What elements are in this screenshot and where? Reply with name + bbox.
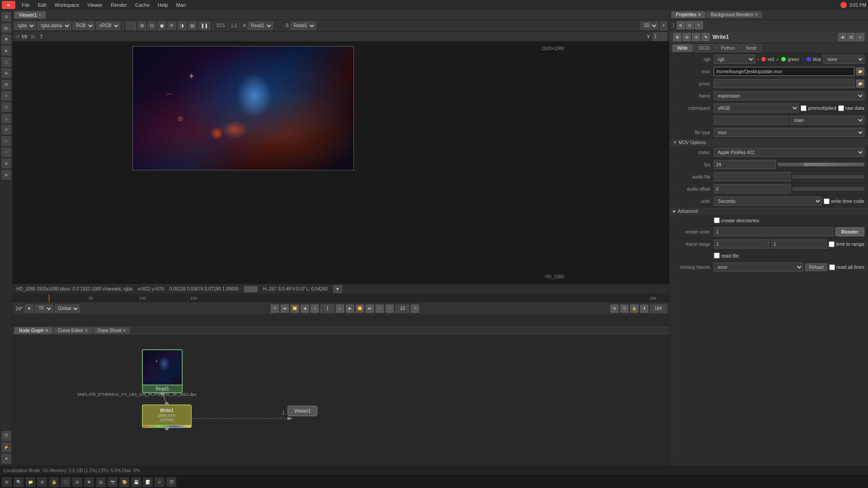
next-step-btn[interactable]: ▶ [346,305,354,313]
toolbar-icon-btn-6[interactable]: ◑ [178,22,186,30]
taskbar-icon-7[interactable]: ⊞ [72,477,82,487]
tf-select[interactable]: TF [35,305,53,313]
nav-prev[interactable]: ◁ [15,34,19,39]
toolbar-icon-btn-3[interactable]: ⊡ [148,22,156,30]
prev-step-btn[interactable]: ◀ [301,305,309,313]
create-dirs-checkbox[interactable] [714,217,720,223]
reload-button[interactable]: Reload [805,263,828,271]
taskbar-icon-8[interactable]: ✱ [84,477,94,487]
color-mode-select[interactable]: RGB [73,22,94,30]
tab-node-graph[interactable]: Node Graph × [14,327,52,334]
viewer-btn-3[interactable]: 🔒 [630,305,638,313]
units-select[interactable]: Seconds [714,197,822,206]
refresh-btn[interactable]: ⟳ [271,305,279,313]
audio-offset-slider[interactable] [793,187,865,191]
prev-frame-btn[interactable]: ⏪ [291,305,299,313]
next-frame-btn[interactable]: ⏩ [356,305,364,313]
play-fwd-btn[interactable]: ▷ [336,305,344,313]
fps-input[interactable] [714,160,776,169]
read-file-checkbox[interactable] [714,253,720,258]
loop-count-input[interactable] [396,305,409,313]
taskbar-icon-12[interactable]: 💾 [131,477,141,487]
panel-btn-3[interactable]: ✎ [695,21,703,29]
toolbar-icon-btn-8[interactable]: ❚❚ [198,22,210,30]
toolbar-icon-btn-2[interactable]: ⊞ [138,22,146,30]
menu-viewer[interactable]: Viewer [84,1,106,9]
frame-range-end-input[interactable] [771,239,827,249]
toolbar-icon-btn-5[interactable]: ⟳ [168,22,176,30]
viewer-btn-2[interactable]: ⊡ [620,305,628,313]
render-order-input[interactable] [714,227,834,236]
channels-left-select[interactable]: rgba [14,22,36,30]
b-node-select[interactable]: Read1 [291,22,316,30]
sidebar-icon-5[interactable]: ⬡ [1,57,11,67]
sidebar-bottom-1[interactable]: 🎬 [1,431,11,441]
missing-frames-select[interactable]: error [714,263,803,272]
subtab-python[interactable]: Python [716,44,740,52]
sidebar-icon-4[interactable]: ◈ [1,46,11,56]
viewer-tab-viewer1[interactable]: Viewer1 × [14,11,46,19]
proxy-input[interactable] [714,79,854,88]
write-header-btn-2[interactable]: ⊡ [683,33,691,41]
sidebar-icon-1[interactable]: ⊞ [1,12,11,22]
write-timecode-checkbox[interactable] [824,198,830,204]
subtab-write[interactable]: Write [672,44,693,52]
panel-btn-1[interactable]: ⊞ [677,21,685,29]
tab-properties[interactable]: Properties × [671,11,705,18]
tab-dope-sheet-close[interactable]: × [123,328,126,333]
sidebar-bottom-3[interactable]: ★ [1,454,11,464]
channel-none-select[interactable]: none [823,55,864,64]
taskbar-icon-11[interactable]: 🎨 [119,477,129,487]
sidebar-icon-2[interactable]: ▤ [1,23,11,33]
menu-render[interactable]: Render [107,1,131,9]
timeline-ruler[interactable]: 50 100 150 184 [13,294,669,302]
toolbar-close-btn[interactable]: × [660,22,667,30]
tab-curve-editor-close[interactable]: × [85,328,88,333]
views-main-select[interactable]: main [790,116,865,125]
write-header-btn-3[interactable]: ⊙ [692,33,700,41]
viewer-tab-close[interactable]: × [39,13,41,17]
render-button[interactable]: Render [835,227,864,236]
read-node[interactable]: ✦ Read1 [142,349,183,393]
codec-select[interactable]: Apple ProRes 422 [714,148,864,157]
viewer-btn-1[interactable]: ⊞ [610,305,618,313]
bg-renders-tab-close[interactable]: × [755,12,758,17]
sidebar-bottom-2[interactable]: ⚡ [1,442,11,452]
write-header-right-2[interactable]: ⊡ [847,33,855,41]
sidebar-icon-12[interactable]: ⌂ [1,136,11,146]
premultiplied-checkbox[interactable] [801,105,807,111]
sidebar-icon-15[interactable]: ⊛ [1,170,11,180]
sidebar-icon-11[interactable]: ⊘ [1,125,11,135]
play-back-btn[interactable]: ◁ [311,305,319,313]
menu-mari[interactable]: Mari [172,1,189,9]
first-frame-btn[interactable]: ⏮ [281,305,289,313]
toolbar-icon-btn-4[interactable]: ◼ [158,22,166,30]
taskbar-icon-14[interactable]: ⊙ [155,477,165,487]
tab-node-graph-close[interactable]: × [45,328,48,333]
file-input[interactable] [714,67,854,76]
colorspace-prop-select[interactable]: sRGB [714,103,799,113]
viewer-btn-4[interactable]: ⬇ [640,305,648,313]
sidebar-icon-7[interactable]: ⊞ [1,80,11,89]
channels-select[interactable]: rgb [714,55,755,64]
panel-btn-2[interactable]: ⊡ [686,21,694,29]
mov-options-header[interactable]: ▼ MOV Options [670,139,868,146]
toolbar-icon-btn-1[interactable]: ⬛ [126,22,136,30]
menu-cache[interactable]: Cache [132,1,153,9]
write-header-btn-1[interactable]: ⊞ [673,33,681,41]
taskbar-icon-13[interactable]: 📝 [143,477,153,487]
a-node-select[interactable]: Read1 [248,22,273,30]
sidebar-icon-6[interactable]: ⊕ [1,68,11,78]
menu-workspace[interactable]: Workspace [51,1,83,9]
node-graph-canvas[interactable]: RRCG [13,336,669,465]
loop-btn[interactable]: ○ [376,305,384,313]
y-value-input[interactable] [653,33,666,41]
properties-tab-close[interactable]: × [698,12,701,17]
subtab-node[interactable]: Node [741,44,762,52]
tab-bg-renders[interactable]: Background Renders × [706,11,762,18]
settings-btn[interactable]: ↗ [411,305,419,313]
sidebar-icon-3[interactable]: ✱ [1,34,11,44]
mode-2d-select[interactable]: 2D [641,22,658,30]
menu-help[interactable]: Help [154,1,172,9]
end-frame-input[interactable] [650,305,666,313]
